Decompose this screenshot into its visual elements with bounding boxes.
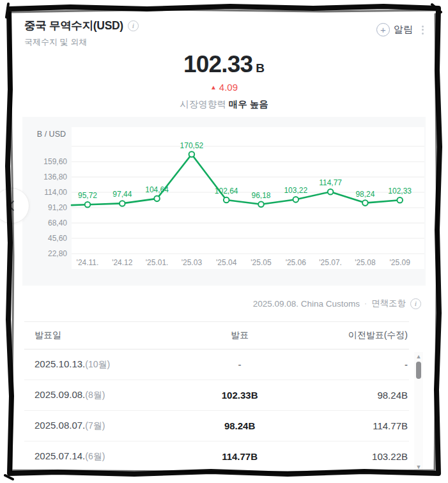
change-amount: 4.09 — [219, 82, 238, 93]
actual-value: 98.24B — [197, 420, 282, 431]
svg-text:'24.12: '24.12 — [112, 258, 133, 267]
svg-text:170,52: 170,52 — [180, 141, 204, 150]
dot-separator: · — [364, 299, 367, 308]
disclaimer-link[interactable]: 면책조항 — [371, 298, 406, 309]
widget-frame: 중국 무역수지(USD) i 국제수지 및 외채 + 알림 102.33B ▲4… — [0, 0, 448, 483]
svg-text:'25.04: '25.04 — [216, 258, 237, 267]
release-month: (8월) — [85, 390, 105, 400]
col-previous: 이전발표(수정) — [282, 330, 409, 341]
svg-text:68,40: 68,40 — [48, 218, 67, 227]
release-table: 발표일 발표 이전발표(수정) 2025.10.13.(10월) - - 202… — [24, 321, 409, 472]
table-row: 2025.08.07.(7월) 98.24B 114.77B — [24, 411, 409, 441]
svg-text:91,20: 91,20 — [48, 203, 67, 212]
alert-button-label: 알림 — [394, 24, 413, 36]
trend-chart: 159,60136,80114,0091,2068,4045,6022,80B … — [22, 117, 426, 286]
table-row: 2025.07.14.(6월) 114.77B 103.22B — [24, 441, 409, 472]
table-header: 발표일 발표 이전발표(수정) — [24, 321, 409, 349]
market-impact: 시장영향력매우 높음 — [0, 98, 448, 111]
svg-text:'25.05: '25.05 — [251, 258, 272, 267]
title-info-icon[interactable]: i — [128, 20, 139, 31]
svg-text:22,80: 22,80 — [48, 249, 67, 258]
disclaimer-info-icon[interactable]: i — [410, 298, 421, 309]
release-date: 2025.08.07. — [35, 420, 85, 431]
previous-value: - — [282, 359, 409, 370]
header: 중국 무역수지(USD) i — [24, 18, 139, 33]
svg-text:'25.03: '25.03 — [182, 258, 203, 267]
impact-value: 매우 높음 — [229, 99, 268, 109]
table-row: 2025.09.08.(8월) 102.33B 98.24B — [24, 380, 409, 411]
svg-text:'24.11.: '24.11. — [77, 258, 99, 267]
page-title: 중국 무역수지(USD) — [24, 18, 123, 33]
scrollbar-thumb[interactable] — [416, 362, 421, 379]
scroll-up-icon[interactable]: ▲ — [414, 353, 423, 360]
header-actions: + 알림 — [376, 23, 425, 36]
release-date: 2025.09.08. — [35, 389, 85, 400]
svg-text:'25.01.: '25.01. — [146, 258, 169, 267]
value-unit: B — [256, 61, 265, 75]
svg-text:98,24: 98,24 — [355, 190, 375, 199]
svg-text:95,72: 95,72 — [78, 191, 97, 200]
headline-value: 102.33B — [0, 51, 448, 78]
table-row: 2025.10.13.(10월) - - — [24, 349, 409, 380]
svg-text:103,22: 103,22 — [284, 186, 307, 195]
impact-label: 시장영향력 — [180, 99, 226, 109]
previous-value: 98.24B — [282, 390, 409, 401]
chevron-left-icon — [7, 200, 16, 211]
release-date: 2025.10.13. — [35, 358, 85, 369]
svg-text:96,18: 96,18 — [251, 191, 270, 200]
svg-text:102,64: 102,64 — [215, 187, 238, 195]
plus-circle-icon: + — [376, 23, 390, 36]
add-alert-button[interactable]: + 알림 — [376, 23, 413, 36]
up-arrow-icon: ▲ — [210, 84, 217, 91]
previous-value: 103.22B — [282, 451, 409, 462]
release-month: (6월) — [85, 451, 105, 461]
attribution-row: 2025.09.08. China Customs · 면책조항 i — [253, 298, 421, 309]
source-and-date: 2025.09.08. China Customs — [253, 299, 360, 309]
release-month: (7월) — [85, 420, 105, 431]
svg-text:114,77: 114,77 — [319, 178, 342, 187]
trend-chart-svg: 159,60136,80114,0091,2068,4045,6022,80B … — [22, 117, 426, 286]
svg-text:159,60: 159,60 — [43, 157, 67, 166]
table-scrollbar[interactable]: ▲ ▼ — [414, 352, 423, 473]
actual-value: 102.33B — [197, 390, 282, 401]
svg-text:136,80: 136,80 — [43, 172, 67, 181]
actual-value: 114.77B — [197, 451, 282, 462]
more-menu-icon[interactable] — [421, 24, 425, 36]
svg-text:97,44: 97,44 — [112, 190, 132, 199]
svg-text:104,64: 104,64 — [145, 185, 169, 194]
col-release-date: 발표일 — [24, 330, 197, 341]
scroll-down-icon[interactable]: ▼ — [414, 464, 423, 470]
svg-text:102,33: 102,33 — [388, 187, 412, 195]
category-breadcrumb: 국제수지 및 외채 — [24, 36, 87, 48]
actual-value: - — [197, 359, 282, 370]
release-month: (10월) — [85, 359, 110, 369]
release-date: 2025.07.14. — [35, 450, 85, 461]
value-change: ▲4.09 — [0, 82, 448, 93]
svg-text:'25.07.: '25.07. — [319, 258, 342, 267]
svg-text:'25.09: '25.09 — [390, 258, 411, 267]
svg-text:45,60: 45,60 — [48, 234, 67, 243]
svg-text:'25.06: '25.06 — [286, 258, 307, 267]
svg-text:114,00: 114,00 — [44, 188, 67, 197]
svg-text:'25.08: '25.08 — [355, 258, 376, 267]
current-value: 102.33 — [183, 51, 252, 77]
svg-text:B / USD: B / USD — [37, 130, 66, 139]
col-actual: 발표 — [197, 330, 282, 341]
previous-value: 114.77B — [282, 420, 409, 431]
